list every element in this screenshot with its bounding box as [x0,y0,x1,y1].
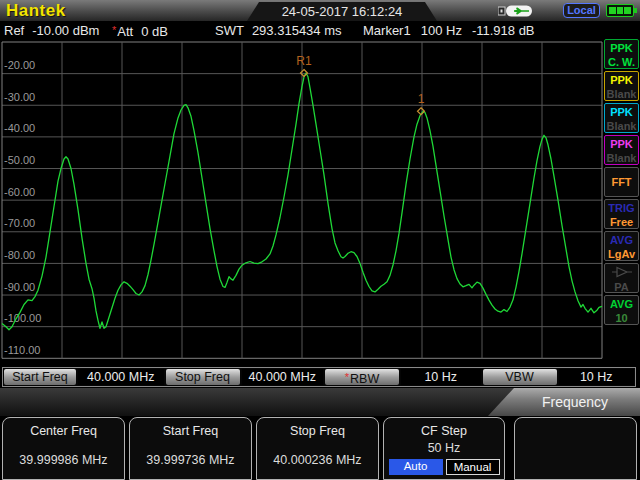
sidebar-button-line1: PPK [605,105,638,119]
toggle-option-manual[interactable]: Manual [446,459,500,475]
sidebar-button-avg-lgav[interactable]: AVGLgAv [604,231,639,261]
y-axis-tick-label: -80.00 [4,249,35,261]
marker-freq-value: 100 Hz [421,23,462,38]
sidebar-button-line2: PA [605,280,638,293]
spectrum-analyzer-screen: Hantek 24-05-2017 16:12:24 Local Ref-10.… [0,0,640,480]
att-asterisk: * [112,24,116,36]
statusbar-segment-label: RBW [350,372,379,386]
y-axis-tick-label: -100.00 [4,312,41,324]
softkey-start-freq[interactable]: Start Freq39.999736 MHz [129,417,252,480]
y-axis-tick-label: -110.00 [4,344,41,356]
swt-label: SWT [215,23,244,38]
sidebar-button-line1: TRIG [605,201,638,215]
local-badge: Local [563,3,600,18]
softkey-value: 39.999986 MHz [3,453,124,467]
softkey-value: 39.999736 MHz [130,453,251,467]
sidebar-button-line2: 10 [605,311,638,325]
sidebar-button-line1: PPK [605,137,638,151]
amplifier-icon [611,266,633,278]
softkey-value: 50 Hz [384,441,504,455]
statusbar-segment-label: 40.000 MHz [249,370,316,384]
sidebar-button-line1: AVG [605,297,638,311]
statusbar-button-stop-freq-2[interactable]: Stop Freq [166,369,240,385]
menu-title-tab: Frequency [488,388,640,416]
statusbar-value-10-hz-7: 10 Hz [559,369,635,385]
swt-value: 293.315434 ms [252,23,342,38]
statusbar-segment-label: Start Freq [12,370,68,384]
marker-label-1: 1 [418,92,425,106]
statusbar-segment-label: Stop Freq [175,370,230,384]
toggle-option-auto[interactable]: Auto [389,459,443,475]
att-value: 0 dB [141,24,168,39]
softkey-title: Center Freq [3,424,124,438]
sidebar-button-ppk-magenta[interactable]: PPKBlank [604,135,639,165]
sidebar-button-line2: LgAv [605,247,638,261]
softkey-center-freq[interactable]: Center Freq39.999986 MHz [2,417,125,480]
sidebar-button-line1: AVG [605,233,638,247]
sidebar-button-avg-10[interactable]: AVG10 [604,295,639,325]
softkey-menu: Center Freq39.999986 MHzStart Freq39.999… [2,417,640,480]
battery-bar [617,7,624,14]
statusbar-value-40-000-mhz-1: 40.000 MHz [78,369,164,385]
softkey-value: 40.000236 MHz [257,453,378,467]
statusbar-value-10-hz-5: 10 Hz [401,369,481,385]
measurement-info-bar: Ref-10.00 dBm *Att0 dB SWT293.315434 ms … [0,21,640,40]
y-axis-tick-label: -60.00 [4,186,35,198]
softkey-title: Start Freq [130,424,251,438]
sidebar-button-line2: Blank [605,151,638,165]
softkey-empty[interactable] [514,417,637,480]
top-bar: Hantek 24-05-2017 16:12:24 Local [0,0,640,21]
usb-icon [498,4,534,18]
marker-level-value: -11.918 dB [472,23,535,38]
statusbar-segment-label: 10 Hz [424,370,457,384]
right-softkey-column: PPKC. W.PPKBlankPPKBlankPPKBlankFFTTRIGF… [604,39,639,327]
statusbar-value-40-000-mhz-3: 40.000 MHz [242,369,324,385]
y-axis-tick-label: -30.00 [4,91,35,103]
statusbar-segment-label: VBW [505,370,533,384]
sidebar-button-line2: Blank [605,87,638,101]
auto-manual-toggle: AutoManual [384,459,504,475]
y-axis-tick-label: -50.00 [4,154,35,166]
softkey-stop-freq[interactable]: Stop Freq40.000236 MHz [256,417,379,480]
battery-bar [624,7,631,14]
sidebar-button-ppk-yellow[interactable]: PPKBlank [604,71,639,101]
spectrum-plot-canvas: -20.00-30.00-40.00-50.00-60.00-70.00-80.… [0,40,604,362]
y-axis-tick-label: -70.00 [4,217,35,229]
sidebar-button-trig-free[interactable]: TRIGFree [604,199,639,229]
battery-icon [606,4,634,17]
brand-logo: Hantek [6,1,66,21]
sidebar-button-pa[interactable]: PA [604,263,639,293]
softkey-title: Stop Freq [257,424,378,438]
attenuation-readout: *Att0 dB [112,22,168,39]
statusbar-segment-label: 10 Hz [580,370,613,384]
ref-value: -10.00 dBm [32,23,99,38]
softkey-cf-step[interactable]: CF Step50 HzAutoManual [383,417,505,480]
sidebar-button-line2: Blank [605,119,638,133]
y-axis-tick-label: -20.00 [4,59,35,71]
marker-label-r1: R1 [296,54,312,68]
marker-label: Marker1 [363,23,411,38]
sidebar-button-line1: PPK [605,73,638,87]
statusbar-button-rbw-4[interactable]: *RBW [325,369,399,385]
statusbar-button-vbw-6[interactable]: VBW [483,369,557,385]
sidebar-button-line2: Free [605,215,638,229]
y-axis-tick-label: -90.00 [4,281,35,293]
bottom-status-bar: Start Freq40.000 MHzStop Freq40.000 MHz*… [2,367,636,387]
sidebar-button-line2: C. W. [605,55,638,69]
statusbar-segment-label: 40.000 MHz [87,370,154,384]
sidebar-button-fft[interactable]: FFT [604,167,639,197]
att-label: Att [117,24,133,39]
datetime-display: 24-05-2017 16:12:24 [247,2,437,21]
rbw-asterisk: * [345,371,349,383]
sidebar-button-line1: PPK [605,41,638,55]
spectrum-plot: -20.00-30.00-40.00-50.00-60.00-70.00-80.… [0,40,604,366]
ref-label: Ref [4,23,24,38]
sidebar-button-ppk-cw[interactable]: PPKC. W. [604,39,639,69]
battery-bar [609,7,616,14]
sweep-time-readout: SWT293.315434 ms [215,22,342,39]
sidebar-button-line1: FFT [605,169,638,196]
statusbar-button-start-freq-0[interactable]: Start Freq [4,369,76,385]
marker-readout: Marker1100 Hz-11.918 dB [363,22,535,39]
softkey-title: CF Step [384,424,504,438]
sidebar-button-ppk-cyan[interactable]: PPKBlank [604,103,639,133]
